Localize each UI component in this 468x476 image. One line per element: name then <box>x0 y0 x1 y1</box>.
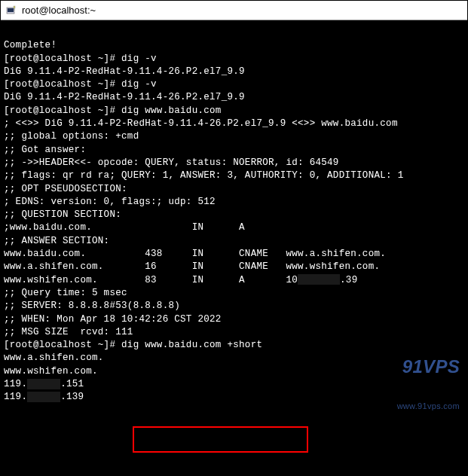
terminal-line: www.wshifen.com. 83 IN A 10.39 <box>4 274 464 287</box>
terminal-line: ;; Got answer: <box>4 144 464 157</box>
svg-rect-2 <box>14 6 15 8</box>
terminal-line: ; EDNS: version: 0, flags:; udp: 512 <box>4 196 464 209</box>
terminal-line: www.baidu.com. 438 IN CNAME www.a.shifen… <box>4 248 464 261</box>
terminal-line: ;; QUESTION SECTION: <box>4 209 464 221</box>
terminal-output[interactable]: Complete![root@localhost ~]# dig -vDiG 9… <box>1 20 467 475</box>
terminal-line: ;www.baidu.com. IN A <box>4 221 464 234</box>
terminal-line: ;; global options: +cmd <box>4 130 464 143</box>
terminal-line: [root@localhost ~]# dig www.baidu.com <box>4 105 464 117</box>
terminal-line: ;; WHEN: Mon Apr 18 10:42:26 CST 2022 <box>4 313 464 326</box>
terminal-line: www.a.shifen.com. <box>4 352 464 365</box>
terminal-line: 119..139 <box>4 391 464 404</box>
terminal-line: ;; ->>HEADER<<- opcode: QUERY, status: N… <box>4 157 464 169</box>
terminal-line: ; <<>> DiG 9.11.4-P2-RedHat-9.11.4-26.P2… <box>4 117 464 130</box>
svg-rect-1 <box>8 8 14 12</box>
terminal-line: ;; OPT PSEUDOSECTION: <box>4 183 464 196</box>
terminal-line: ;; ANSWER SECTION: <box>4 235 464 248</box>
terminal-line: ;; SERVER: 8.8.8.8#53(8.8.8.8) <box>4 300 464 313</box>
shell-command: dig www.baidu.com <box>121 105 222 116</box>
shell-command: dig -v <box>121 53 157 64</box>
terminal-line: 119..151 <box>4 378 464 391</box>
putty-icon <box>5 5 17 17</box>
terminal-line: www.a.shifen.com. 16 IN CNAME www.wshife… <box>4 261 464 273</box>
shell-prompt: [root@localhost ~]# <box>4 79 121 90</box>
terminal-line: Complete! <box>4 39 464 52</box>
shell-prompt: [root@localhost ~]# <box>4 340 121 350</box>
ip-partial: .139 <box>60 392 84 402</box>
terminal-line: [root@localhost ~]# dig -v <box>4 53 464 66</box>
shell-prompt: [root@localhost ~]# <box>4 53 121 64</box>
redacted-ip <box>27 379 60 389</box>
terminal-line: ;; MSG SIZE rcvd: 111 <box>4 326 464 339</box>
redacted-ip <box>298 274 340 285</box>
terminal-line: www.wshifen.com. <box>4 365 464 378</box>
redacted-ip <box>27 392 60 402</box>
shell-command: dig www.baidu.com +short <box>121 340 262 350</box>
terminal-line: DiG 9.11.4-P2-RedHat-9.11.4-26.P2.el7_9.… <box>4 66 464 78</box>
shell-prompt: [root@localhost ~]# <box>4 105 121 116</box>
terminal-line: ;; Query time: 5 msec <box>4 287 464 300</box>
window-title-bar: root@localhost:~ <box>1 1 467 20</box>
terminal-line: DiG 9.11.4-P2-RedHat-9.11.4-26.P2.el7_9.… <box>4 91 464 104</box>
answer-row-partial: www.wshifen.com. 83 IN A 10 <box>4 275 298 285</box>
shell-command: dig -v <box>121 79 157 90</box>
ip-partial: .151 <box>60 379 84 389</box>
terminal-line: [root@localhost ~]# dig www.baidu.com +s… <box>4 339 464 352</box>
ip-partial: 119. <box>4 379 27 389</box>
terminal-line: ;; flags: qr rd ra; QUERY: 1, ANSWER: 3,… <box>4 169 464 182</box>
highlight-box <box>133 426 308 453</box>
terminal-line: [root@localhost ~]# dig -v <box>4 78 464 91</box>
window-title: root@localhost:~ <box>22 5 96 16</box>
answer-row-partial: .39 <box>340 275 357 285</box>
ip-partial: 119. <box>4 392 27 402</box>
